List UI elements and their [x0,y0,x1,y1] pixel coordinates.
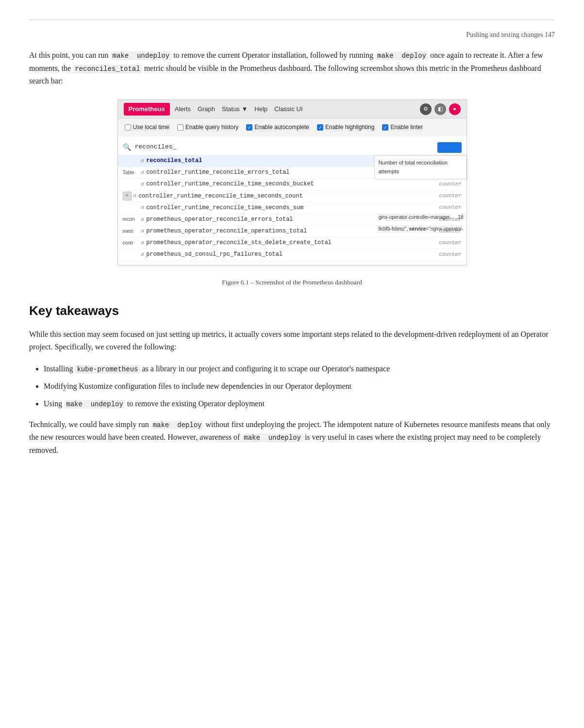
result-type-8: counter [439,250,461,259]
intro-paragraph: At this point, you can run make undeploy… [29,49,555,87]
prometheus-screenshot: Prometheus Alerts Graph Status ▼ Help Cl… [117,99,467,265]
result-icon-5: ↺ [141,215,145,224]
use-local-time-checkbox[interactable]: Use local time [125,123,169,132]
result-name-0: reconciles_total [146,156,202,165]
result-icon-0: ↺ [141,157,145,165]
result-row-5[interactable]: recon ↺ prometheus_operator_reconcile_er… [118,214,467,226]
page-header: Pushing and testing changes 147 [29,30,555,40]
right-info-label-2: 9cbfb-fsbmz", service="nginx-operator- [378,226,463,232]
use-local-time-check[interactable] [125,124,131,131]
bullet-item-2: Modifying Kustomize configuration files … [44,380,555,393]
result-name-5: prometheus_operator_reconcile_errors_tot… [146,215,293,224]
result-name-4: controller_runtime_reconcile_time_second… [146,203,303,213]
result-name-1: controller_runtime_reconcile_errors_tota… [146,168,289,177]
left-label-6: metri [123,228,141,235]
result-icon-3: ↺ [133,192,137,200]
settings-icon[interactable]: ⚙ [420,103,432,115]
result-name-6: prometheus_operator_reconcile_operations… [146,227,307,236]
enable-query-history-checkbox[interactable]: Enable query history [177,123,238,132]
nav-classic-ui[interactable]: Classic UI [274,104,303,115]
result-icon-1: ↺ [141,168,145,177]
result-type-2: counter [439,180,461,189]
enable-query-history-check[interactable] [177,124,184,131]
nav-graph[interactable]: Graph [198,104,215,115]
prometheus-toolbar: Use local time Enable query history Enab… [118,118,467,136]
nav-help[interactable]: Help [254,104,267,115]
nav-icons: ⚙ ◧ ● [420,103,461,115]
result-icon-7: ↺ [141,239,145,248]
result-row-3[interactable]: < ↺ controller_runtime_reconcile_time_se… [118,191,467,202]
result-type-4: counter [439,203,461,212]
left-label-1: Table [123,169,141,177]
result-name-7: prometheus_operator_reconcile_sts_delete… [146,238,332,248]
nav-icon-2[interactable]: ◧ [434,103,446,115]
enable-linter-checkbox[interactable]: Enable linter [382,123,423,132]
result-icon-8: ↺ [141,250,145,259]
search-row: 🔍 reconciles_ [118,140,467,155]
left-label-7: contr [123,239,141,247]
section-intro: While this section may seem focused on j… [29,328,555,354]
result-type-3: counter [439,192,461,200]
nav-status[interactable]: Status ▼ [222,104,248,115]
enable-autocomplete-check[interactable] [246,124,252,131]
tooltip-box: Number of total reconciliation attempts [374,155,467,179]
prometheus-navbar: Prometheus Alerts Graph Status ▼ Help Cl… [118,100,467,119]
result-icon-4: ↺ [141,203,145,212]
top-rule [29,19,555,20]
collapse-btn[interactable]: < [123,192,132,200]
execute-button[interactable] [437,142,462,153]
result-name-8: prometheus_sd_consul_rpc_failures_total [146,250,283,259]
bullet-item-3: Using make undeploy to remove the existi… [44,397,555,410]
nav-icon-3[interactable]: ● [449,103,461,115]
enable-highlighting-check[interactable] [317,124,323,131]
enable-highlighting-checkbox[interactable]: Enable highlighting [317,123,374,132]
left-label-5: recon [123,215,141,223]
prometheus-brand: Prometheus [124,103,170,116]
bullet-item-1: Installing kube-prometheus as a library … [44,363,555,375]
enable-autocomplete-label: Enable autocomplete [254,123,309,132]
search-input[interactable]: reconciles_ [135,142,434,152]
result-row-2[interactable]: ↺ controller_runtime_reconcile_time_seco… [118,179,467,190]
nav-alerts[interactable]: Alerts [175,104,191,115]
result-row-8[interactable]: ↺ prometheus_sd_consul_rpc_failures_tota… [118,249,467,261]
result-name-3: controller_runtime_reconcile_time_second… [138,192,302,201]
enable-query-history-label: Enable query history [185,123,238,132]
right-info-label: ginx-operator-controller-manager- 18 [379,215,464,220]
result-type-7: counter [439,239,461,248]
bullet-list: Installing kube-prometheus as a library … [44,363,555,411]
enable-autocomplete-checkbox[interactable]: Enable autocomplete [246,123,309,132]
prometheus-nav-items: Alerts Graph Status ▼ Help Classic UI [175,104,420,115]
result-row-6[interactable]: metri ↺ prometheus_operator_reconcile_op… [118,226,467,237]
use-local-time-label: Use local time [133,123,169,132]
prometheus-main: 🔍 reconciles_ ↺ reconciles_total counter… [118,136,467,265]
result-icon-6: ↺ [141,227,145,236]
search-icon: 🔍 [123,142,131,153]
enable-linter-label: Enable linter [390,123,423,132]
tooltip-text: Number of total reconciliation attempts [379,160,448,174]
figure-caption: Figure 6.1 – Screenshot of the Prometheu… [29,277,555,288]
result-row-0[interactable]: ↺ reconciles_total counter Number of tot… [118,155,467,167]
result-icon-2: ↺ [141,180,145,189]
result-row-7[interactable]: contr ↺ prometheus_operator_reconcile_st… [118,237,467,249]
closing-paragraph: Technically, we could have simply run ma… [29,418,555,457]
enable-highlighting-label: Enable highlighting [325,123,374,132]
enable-linter-check[interactable] [382,124,388,131]
search-results: ↺ reconciles_total counter Number of tot… [118,155,467,261]
result-name-2: controller_runtime_reconcile_time_second… [146,180,314,189]
section-heading: Key takeaways [29,301,555,321]
result-row-4[interactable]: ↺ controller_runtime_reconcile_time_seco… [118,202,467,214]
